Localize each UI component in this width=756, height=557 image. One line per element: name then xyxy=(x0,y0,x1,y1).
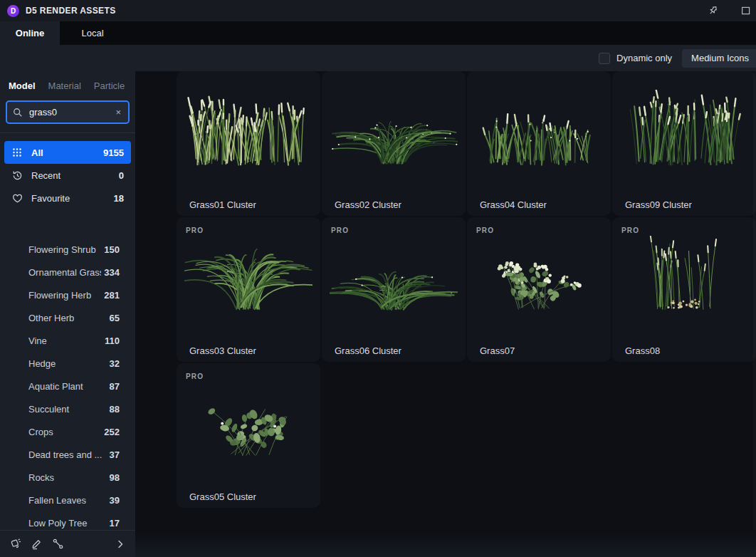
type-tab-particle[interactable]: Particle xyxy=(94,80,125,91)
dynamic-only-checkbox[interactable] xyxy=(599,53,610,64)
scrollbar-track[interactable] xyxy=(753,71,756,530)
history-clock-icon xyxy=(11,170,23,181)
asset-name: Grass07 xyxy=(480,345,515,356)
category-count: 150 xyxy=(104,244,120,255)
category-label: Flowering Shrub xyxy=(28,244,101,255)
sidebar-item-count: 18 xyxy=(114,193,124,204)
category-label: Hedge xyxy=(28,358,107,369)
asset-card[interactable]: Grass02 Cluster xyxy=(322,71,466,216)
asset-card[interactable]: PRO Grass06 Cluster xyxy=(322,217,466,362)
asset-name: Grass01 Cluster xyxy=(189,199,256,210)
sidebar-item-favourite[interactable]: Favourite 18 xyxy=(4,187,131,209)
category-label: Other Herb xyxy=(28,313,107,323)
pin-icon[interactable] xyxy=(706,4,720,18)
category-item[interactable]: Dead trees and ... 37 xyxy=(28,443,120,466)
asset-name: Grass09 Cluster xyxy=(625,199,692,210)
category-label: Rocks xyxy=(28,472,107,483)
asset-thumbnail xyxy=(184,236,313,321)
category-item[interactable]: Low Poly Tree 17 xyxy=(28,511,120,530)
category-label: Vine xyxy=(28,335,102,346)
category-label: Low Poly Tree xyxy=(28,518,107,529)
window-restore-icon[interactable] xyxy=(739,4,753,18)
asset-card[interactable]: PRO Grass03 Cluster xyxy=(177,217,320,362)
icon-size-dropdown[interactable]: Medium Icons xyxy=(682,49,756,68)
search-icon xyxy=(13,108,23,118)
category-item[interactable]: Other Herb 65 xyxy=(28,306,120,329)
category-count: 281 xyxy=(104,290,120,301)
sidebar-item-all[interactable]: All 9155 xyxy=(4,141,131,164)
category-count: 88 xyxy=(110,404,120,415)
asset-grid-area: Grass01 Cluster Grass02 Cluster Grass04 … xyxy=(135,71,756,557)
asset-name: Grass06 Cluster xyxy=(335,345,401,356)
category-count: 252 xyxy=(104,427,120,437)
view-toolbar: Dynamic only Medium Icons xyxy=(0,45,756,71)
category-item[interactable]: Succulent 88 xyxy=(28,397,120,420)
asset-card[interactable]: Grass04 Cluster xyxy=(467,71,611,216)
category-item[interactable]: Flowering Herb 281 xyxy=(28,283,120,306)
grid-dots-icon xyxy=(11,147,23,158)
material-paint-icon[interactable] xyxy=(9,538,21,551)
chevron-right-icon[interactable] xyxy=(114,538,127,551)
asset-grid: Grass01 Cluster Grass02 Cluster Grass04 … xyxy=(177,71,756,508)
asset-card[interactable]: Grass09 Cluster xyxy=(612,71,756,216)
type-tab-material[interactable]: Material xyxy=(48,80,81,91)
d5-logo-icon: D xyxy=(7,5,19,17)
category-label: Ornamental Grass xyxy=(28,267,101,278)
asset-name: Grass03 Cluster xyxy=(189,345,256,356)
tab-local[interactable]: Local xyxy=(60,21,125,45)
app-title: D5 RENDER ASSETS xyxy=(26,6,116,16)
tab-online[interactable]: Online xyxy=(0,21,60,45)
asset-thumbnail xyxy=(475,90,603,175)
asset-card[interactable]: PRO Grass07 xyxy=(467,217,611,362)
asset-thumbnail xyxy=(620,90,748,175)
sidebar-item-label: All xyxy=(31,147,103,158)
category-count: 32 xyxy=(110,358,120,369)
category-item[interactable]: Rocks 98 xyxy=(28,466,120,489)
category-count: 98 xyxy=(110,472,120,483)
category-item[interactable]: Ornamental Grass 334 xyxy=(28,261,120,283)
asset-name: Grass04 Cluster xyxy=(480,199,547,210)
asset-thumbnail xyxy=(330,236,458,321)
dynamic-only-label: Dynamic only xyxy=(616,53,672,63)
pro-badge: PRO xyxy=(621,227,639,234)
heart-icon xyxy=(11,192,23,204)
category-count: 37 xyxy=(110,449,120,460)
asset-card[interactable]: PRO Grass08 xyxy=(612,217,756,362)
pro-badge: PRO xyxy=(186,373,204,380)
sidebar-item-label: Favourite xyxy=(31,193,114,204)
asset-thumbnail xyxy=(184,382,313,467)
asset-name: Grass08 xyxy=(625,345,660,356)
asset-name: Grass02 Cluster xyxy=(335,199,401,210)
asset-type-tabs: Model Material Particle xyxy=(0,71,135,98)
category-item[interactable]: Flowering Shrub 150 xyxy=(28,238,120,261)
type-tab-model[interactable]: Model xyxy=(9,80,36,91)
pro-badge: PRO xyxy=(331,227,349,234)
pro-badge: PRO xyxy=(186,227,204,234)
category-item[interactable]: Fallen Leaves 39 xyxy=(28,489,120,511)
search-input[interactable] xyxy=(28,106,114,118)
category-label: Fallen Leaves xyxy=(28,495,107,506)
category-list: Flowering Shrub 150 Ornamental Grass 334… xyxy=(0,238,135,530)
search-box[interactable]: × xyxy=(6,100,130,124)
category-item[interactable]: Crops 252 xyxy=(28,420,120,443)
d5-render-assets-window: D D5 RENDER ASSETS Online Local Dynamic … xyxy=(0,0,756,557)
clear-search-icon[interactable]: × xyxy=(114,107,122,118)
category-count: 334 xyxy=(104,267,120,278)
category-item[interactable]: Hedge 32 xyxy=(28,352,120,375)
category-count: 87 xyxy=(110,381,120,392)
category-label: Crops xyxy=(28,427,101,437)
category-count: 110 xyxy=(105,335,120,346)
category-label: Aquatic Plant xyxy=(28,381,107,392)
sidebar-item-label: Recent xyxy=(31,170,119,181)
category-item[interactable]: Vine 110 xyxy=(28,329,120,352)
sidebar-item-count: 9155 xyxy=(103,147,124,158)
sidebar-item-recent[interactable]: Recent 0 xyxy=(4,164,131,187)
sidebar: Model Material Particle × xyxy=(0,71,135,557)
sidebar-item-count: 0 xyxy=(119,170,124,181)
category-item[interactable]: Aquatic Plant 87 xyxy=(28,375,120,397)
link-nodes-icon[interactable] xyxy=(51,538,64,551)
category-count: 65 xyxy=(110,313,120,323)
edit-pen-icon[interactable] xyxy=(30,538,43,551)
asset-card[interactable]: Grass01 Cluster xyxy=(177,71,320,216)
asset-card[interactable]: PRO Grass05 Cluster xyxy=(177,363,320,508)
